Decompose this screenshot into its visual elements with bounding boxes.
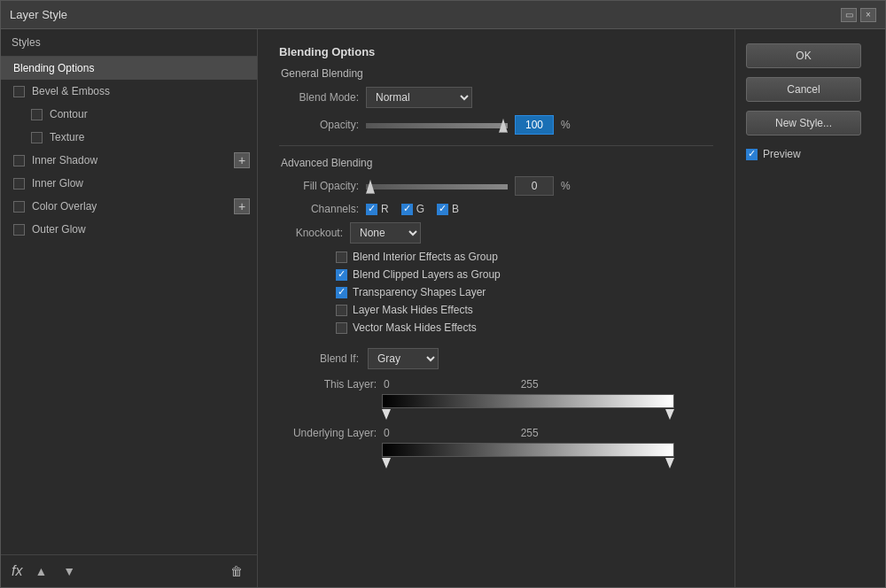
channel-g-checkbox[interactable] xyxy=(401,204,413,215)
main-content: Blending Options General Blending Blend … xyxy=(258,29,734,587)
title-bar: Layer Style ▭ × xyxy=(1,1,885,29)
blending-options-label: Blending Options xyxy=(13,62,94,74)
channel-r-item: R xyxy=(366,203,389,215)
channel-g-label: G xyxy=(416,203,424,215)
texture-label: Texture xyxy=(50,131,84,143)
channel-r-label: R xyxy=(381,203,389,215)
fill-opacity-slider[interactable] xyxy=(366,184,508,190)
blend-mode-row: Blend Mode: Normal Dissolve Multiply Scr… xyxy=(279,87,713,108)
fill-opacity-label: Fill Opacity: xyxy=(279,180,359,192)
advanced-checkboxes: Blend Interior Effects as Group Blend Cl… xyxy=(279,251,713,334)
preview-label: Preview xyxy=(763,148,801,160)
color-overlay-plus-button[interactable]: + xyxy=(234,198,250,214)
close-button[interactable]: × xyxy=(860,8,876,22)
blend-mode-label: Blend Mode: xyxy=(279,91,359,104)
color-overlay-label: Color Overlay xyxy=(32,200,97,213)
knockout-row: Knockout: None Shallow Deep xyxy=(279,222,713,244)
divider-1 xyxy=(279,145,713,146)
underlying-handle-right[interactable] xyxy=(665,458,674,468)
general-blending-title: General Blending xyxy=(279,67,713,80)
sidebar-item-texture[interactable]: Texture xyxy=(1,126,257,149)
opacity-slider-container xyxy=(366,119,508,131)
knockout-label: Knockout: xyxy=(279,227,343,239)
new-style-button[interactable]: New Style... xyxy=(746,111,861,135)
this-layer-handle-right[interactable] xyxy=(665,409,674,420)
fill-opacity-row: Fill Opacity: % xyxy=(279,176,713,196)
vector-mask-label: Vector Mask Hides Effects xyxy=(353,321,477,334)
layer-style-dialog: Layer Style ▭ × Styles Blending Options … xyxy=(0,0,886,588)
contour-checkbox[interactable] xyxy=(31,109,43,120)
this-layer-min: 0 xyxy=(384,378,390,391)
blending-options-title: Blending Options xyxy=(279,45,713,58)
blend-if-row: Blend If: Gray Red Green Blue xyxy=(279,348,713,369)
sidebar-toolbar: fx ▲ ▼ 🗑 xyxy=(1,554,257,587)
opacity-label: Opacity: xyxy=(279,119,359,131)
blend-mode-select[interactable]: Normal Dissolve Multiply Screen Overlay xyxy=(366,87,472,108)
outer-glow-label: Outer Glow xyxy=(32,223,86,236)
color-overlay-checkbox[interactable] xyxy=(13,201,25,213)
advanced-blending-title: Advanced Blending xyxy=(279,157,713,169)
fill-opacity-percent: % xyxy=(561,180,571,192)
preview-checkbox[interactable] xyxy=(746,149,758,160)
channels-label: Channels: xyxy=(279,203,359,215)
sidebar-item-inner-shadow[interactable]: Inner Shadow + xyxy=(1,149,257,172)
check-layer-mask-row: Layer Mask Hides Effects xyxy=(332,304,713,316)
cancel-button[interactable]: Cancel xyxy=(746,77,861,102)
blend-interior-checkbox[interactable] xyxy=(336,251,347,263)
this-layer-slider-wrap xyxy=(279,394,713,420)
underlying-layer-label-row: Underlying Layer: 0 255 xyxy=(279,427,713,439)
blend-clipped-checkbox[interactable] xyxy=(336,269,347,281)
texture-checkbox[interactable] xyxy=(31,132,43,143)
fill-opacity-input[interactable] xyxy=(515,176,554,196)
underlying-layer-handles xyxy=(382,458,674,468)
this-layer-label: This Layer: xyxy=(279,378,377,391)
inner-glow-label: Inner Glow xyxy=(32,177,83,190)
this-layer-label-row: This Layer: 0 255 xyxy=(279,378,713,391)
inner-glow-checkbox[interactable] xyxy=(13,178,25,190)
delete-button[interactable]: 🗑 xyxy=(227,562,246,580)
right-panel: OK Cancel New Style... Preview xyxy=(734,29,885,587)
outer-glow-checkbox[interactable] xyxy=(13,224,25,236)
inner-shadow-label: Inner Shadow xyxy=(32,154,97,166)
inner-shadow-plus-button[interactable]: + xyxy=(234,152,250,168)
blend-if-select[interactable]: Gray Red Green Blue xyxy=(368,348,439,369)
title-bar-controls: ▭ × xyxy=(841,8,876,22)
check-blend-clipped-row: Blend Clipped Layers as Group xyxy=(332,268,713,281)
transparency-shapes-label: Transparency Shapes Layer xyxy=(353,286,486,298)
channel-r-checkbox[interactable] xyxy=(366,204,377,215)
channel-b-item: B xyxy=(437,203,459,215)
sidebar-item-blending-options[interactable]: Blending Options xyxy=(1,57,257,80)
channel-b-label: B xyxy=(452,203,459,215)
transparency-shapes-checkbox[interactable] xyxy=(336,287,347,298)
sidebar-item-color-overlay[interactable]: Color Overlay + xyxy=(1,195,257,218)
opacity-slider[interactable] xyxy=(366,123,508,128)
ok-button[interactable]: OK xyxy=(746,43,861,68)
vector-mask-checkbox[interactable] xyxy=(336,322,347,334)
inner-shadow-checkbox[interactable] xyxy=(13,155,25,166)
sidebar-item-outer-glow[interactable]: Outer Glow xyxy=(1,218,257,241)
bevel-emboss-label: Bevel & Emboss xyxy=(32,85,110,97)
channel-b-checkbox[interactable] xyxy=(437,204,448,215)
underlying-min: 0 xyxy=(384,427,390,439)
check-blend-interior-row: Blend Interior Effects as Group xyxy=(332,251,713,263)
minimize-button[interactable]: ▭ xyxy=(841,8,857,22)
fx-label: fx xyxy=(12,563,22,579)
opacity-input[interactable]: 100 xyxy=(515,115,554,135)
blend-clipped-label: Blend Clipped Layers as Group xyxy=(353,268,501,281)
layer-mask-checkbox[interactable] xyxy=(336,305,347,316)
sidebar-item-inner-glow[interactable]: Inner Glow xyxy=(1,172,257,195)
blend-if-section: Blend If: Gray Red Green Blue This Layer… xyxy=(279,348,713,468)
knockout-select[interactable]: None Shallow Deep xyxy=(350,222,421,244)
sidebar-item-contour[interactable]: Contour xyxy=(1,103,257,126)
this-layer-gradient-bar xyxy=(382,394,674,408)
move-up-button[interactable]: ▲ xyxy=(31,562,51,580)
sidebar-item-bevel-emboss[interactable]: Bevel & Emboss xyxy=(1,80,257,103)
underlying-layer-slider-wrap xyxy=(279,443,713,468)
bevel-emboss-checkbox[interactable] xyxy=(13,86,25,97)
move-down-button[interactable]: ▼ xyxy=(59,562,79,580)
sidebar: Styles Blending Options Bevel & Emboss C… xyxy=(1,29,258,587)
check-vector-mask-row: Vector Mask Hides Effects xyxy=(332,321,713,334)
underlying-handle-left[interactable] xyxy=(382,458,391,468)
this-layer-handle-left[interactable] xyxy=(382,409,391,420)
this-layer-handles xyxy=(382,409,674,420)
